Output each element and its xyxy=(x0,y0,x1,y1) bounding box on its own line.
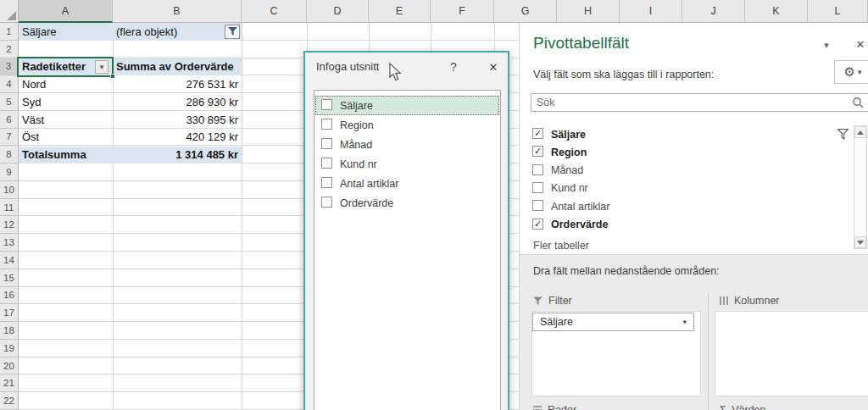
search-icon xyxy=(852,97,864,108)
panel-field-row[interactable]: Antal artiklar xyxy=(520,197,850,215)
panel-field-row[interactable]: ✓Ordervärde xyxy=(520,216,850,234)
pane-title: Pivottabellfält xyxy=(533,34,629,53)
select-all-button[interactable] xyxy=(0,0,19,23)
pivot-filter-button[interactable] xyxy=(225,25,240,39)
filter-area-field-chip[interactable]: Säljare ▾ xyxy=(532,313,694,331)
row-header-20[interactable]: 20 xyxy=(0,357,19,375)
pivot-row-value[interactable]: 286 930 kr xyxy=(113,93,242,111)
checkbox[interactable] xyxy=(321,99,332,110)
row-header-22[interactable]: 22 xyxy=(0,392,19,410)
checkbox[interactable]: ✓ xyxy=(532,219,543,230)
row-header-14[interactable]: 14 xyxy=(0,252,19,269)
row-header-8[interactable]: 8 xyxy=(0,146,19,163)
checkbox[interactable] xyxy=(532,164,543,175)
slicer-field-list: SäljareRegionMånadKund nrAntal artiklarO… xyxy=(314,90,501,410)
row-header-19[interactable]: 19 xyxy=(0,340,19,357)
checkbox[interactable] xyxy=(532,200,543,211)
dialog-title: Infoga utsnitt xyxy=(316,60,379,73)
rows-area-header: Rader xyxy=(533,403,576,410)
pivot-row-label[interactable]: Syd xyxy=(19,93,113,111)
pivot-row-label[interactable]: Öst xyxy=(19,129,113,147)
row-header-13[interactable]: 13 xyxy=(0,234,19,252)
row-header-10[interactable]: 10 xyxy=(0,181,19,199)
slicer-field-option[interactable]: Antal artiklar xyxy=(315,174,499,193)
row-header-9[interactable]: 9 xyxy=(0,163,19,181)
panel-field-row[interactable]: ✓Region xyxy=(520,143,850,161)
pivot-row-label[interactable]: Väst xyxy=(19,111,113,129)
scroll-down-button[interactable] xyxy=(854,236,866,248)
field-list-scrollbar[interactable] xyxy=(854,125,867,249)
pivot-row-value[interactable]: 330 895 kr xyxy=(113,111,242,129)
dialog-close-button[interactable]: ✕ xyxy=(483,58,504,76)
values-area-header: Σ Värden xyxy=(720,403,766,410)
choose-fields-label: Välj fält som ska läggas till i rapporte… xyxy=(533,69,714,80)
column-header-d[interactable]: D xyxy=(307,0,369,23)
checkbox[interactable] xyxy=(321,177,332,188)
pivot-row-value[interactable]: 276 531 kr xyxy=(113,75,242,93)
checkbox[interactable]: ✓ xyxy=(532,128,543,139)
column-header-j[interactable]: J xyxy=(682,0,745,23)
pane-options-arrow[interactable]: ▾ xyxy=(818,36,835,53)
slicer-field-option[interactable]: Kund nr xyxy=(315,154,499,174)
cell-total-value[interactable]: 1 314 485 kr xyxy=(113,147,242,164)
sigma-icon: Σ xyxy=(720,404,726,410)
search-input[interactable] xyxy=(531,93,868,112)
select-all-icon xyxy=(7,11,16,20)
row-header-3[interactable]: 3 xyxy=(0,58,19,76)
row-header-17[interactable]: 17 xyxy=(0,304,19,322)
columns-area-dropzone[interactable] xyxy=(715,311,868,396)
row-header-1[interactable]: 1 xyxy=(0,23,19,41)
column-header-a[interactable]: A xyxy=(19,0,113,23)
panel-field-label: Månad xyxy=(551,162,583,180)
row-header-6[interactable]: 6 xyxy=(0,111,19,129)
tools-button[interactable]: ⚙ ▾ xyxy=(834,60,868,84)
column-header-g[interactable]: G xyxy=(494,0,557,23)
row-header-18[interactable]: 18 xyxy=(0,322,19,340)
row-header-4[interactable]: 4 xyxy=(0,75,19,93)
slicer-field-option[interactable]: Ordervärde xyxy=(315,193,499,213)
slicer-field-label: Säljare xyxy=(340,96,373,115)
column-header-h[interactable]: H xyxy=(557,0,620,23)
panel-field-row[interactable]: Månad xyxy=(520,162,850,180)
checkbox[interactable] xyxy=(532,182,543,193)
checkbox[interactable]: ✓ xyxy=(532,146,543,157)
column-header-e[interactable]: E xyxy=(369,0,431,23)
row-header-5[interactable]: 5 xyxy=(0,93,19,111)
slicer-field-option[interactable]: Månad xyxy=(315,135,499,154)
slicer-field-label: Kund nr xyxy=(340,154,377,174)
cell-b1-filter-value[interactable]: (flera objekt) xyxy=(113,23,242,41)
dialog-help-button[interactable]: ? xyxy=(444,58,463,76)
gear-icon: ⚙ xyxy=(844,64,855,80)
column-header-i[interactable]: I xyxy=(620,0,682,23)
cell-total-label[interactable]: Totalsumma xyxy=(19,147,113,164)
checkbox[interactable] xyxy=(321,197,332,208)
slicer-field-option[interactable]: Säljare xyxy=(315,96,499,115)
panel-field-row[interactable]: ✓Säljare xyxy=(520,125,850,143)
row-header-2[interactable]: 2 xyxy=(0,41,19,58)
filter-area-header: Filter xyxy=(533,294,572,308)
column-header-f[interactable]: F xyxy=(431,0,494,23)
checkbox[interactable] xyxy=(321,138,332,149)
row-header-15[interactable]: 15 xyxy=(0,269,19,287)
row-header-16[interactable]: 16 xyxy=(0,287,19,305)
column-header-l[interactable]: L xyxy=(808,0,868,23)
row-header-7[interactable]: 7 xyxy=(0,129,19,147)
pane-close-button[interactable]: ✕ xyxy=(852,36,868,53)
checkbox[interactable] xyxy=(321,119,332,130)
checkbox[interactable] xyxy=(321,158,332,169)
pivot-row-label[interactable]: Nord xyxy=(19,75,113,93)
panel-field-row[interactable]: Kund nr xyxy=(520,180,850,197)
column-header-b[interactable]: B xyxy=(113,0,242,23)
cell-a1-filter-field[interactable]: Säljare xyxy=(19,23,113,41)
more-tables-link[interactable]: Fler tabeller xyxy=(533,240,589,252)
cell-b3-value-header[interactable]: Summa av Ordervärde xyxy=(113,58,242,76)
filter-area-label: Filter xyxy=(548,295,572,307)
column-header-k[interactable]: K xyxy=(745,0,808,23)
pivot-row-value[interactable]: 420 129 kr xyxy=(113,129,242,147)
row-header-21[interactable]: 21 xyxy=(0,374,19,392)
column-header-c[interactable]: C xyxy=(242,0,307,23)
scroll-up-button[interactable] xyxy=(854,126,866,138)
row-header-12[interactable]: 12 xyxy=(0,216,19,234)
slicer-field-option[interactable]: Region xyxy=(315,115,499,135)
row-header-11[interactable]: 11 xyxy=(0,199,19,217)
